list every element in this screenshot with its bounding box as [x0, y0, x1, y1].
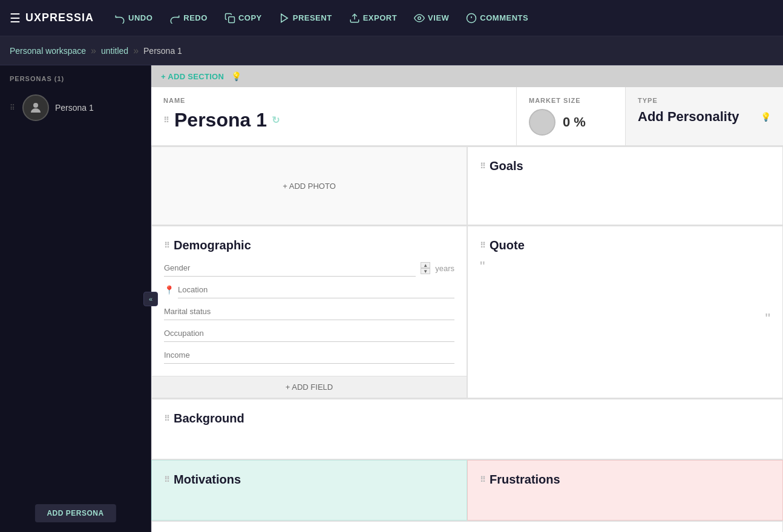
pie-chart[interactable]: [529, 109, 555, 136]
avatar: [22, 94, 49, 121]
add-personality: Add Personality 💡: [638, 109, 771, 125]
motivations-title: ⠿ Motivations: [164, 473, 454, 487]
content-toolbar: + ADD SECTION 💡: [151, 65, 783, 87]
demo-drag-handle: ⠿: [164, 241, 170, 250]
type-value[interactable]: Add Personality: [638, 109, 739, 125]
row-background: ⠿ Background: [151, 399, 783, 460]
frust-drag-handle: ⠿: [480, 475, 486, 484]
frustrations-cell: ⠿ Frustrations: [467, 460, 783, 521]
background-title: ⠿ Background: [164, 412, 770, 425]
row-photo-goals: + ADD PHOTO ⠿ Goals: [151, 146, 783, 226]
market-size-cell: MARKET SIZE 0 %: [517, 87, 626, 145]
collapse-sidebar-button[interactable]: «: [143, 292, 158, 306]
redo-button[interactable]: REDO: [163, 9, 214, 27]
type-cell: TYPE Add Personality 💡: [626, 87, 783, 145]
quote-open-mark: ": [480, 260, 770, 274]
comments-button[interactable]: COMMENTS: [460, 9, 534, 27]
type-label: TYPE: [638, 97, 771, 104]
logo-text: UXPRESSIA: [25, 11, 94, 24]
persona-card: NAME ⠿ Persona 1 ↻ MARKET SIZE 0 % TYPE: [151, 87, 783, 532]
persona-header-row: NAME ⠿ Persona 1 ↻ MARKET SIZE 0 % TYPE: [151, 87, 783, 146]
market-size-label: MARKET SIZE: [529, 97, 613, 104]
svg-rect-0: [229, 16, 235, 22]
gender-input[interactable]: [164, 260, 416, 277]
quote-content[interactable]: [480, 274, 770, 310]
occupation-input[interactable]: [164, 325, 454, 342]
content-area: + ADD SECTION 💡 NAME ⠿ Persona 1 ↻ MARKE…: [151, 65, 783, 532]
persona-name-label: Persona 1: [55, 103, 94, 113]
goals-drag-handle: ⠿: [480, 162, 486, 171]
name-drag-handle: ⠿: [163, 116, 169, 125]
name-cell: NAME ⠿ Persona 1 ↻: [151, 87, 517, 145]
add-section-button[interactable]: + ADD SECTION: [161, 72, 224, 81]
market-size-content: 0 %: [529, 109, 613, 136]
motiv-drag-handle: ⠿: [164, 475, 170, 484]
copy-button[interactable]: COPY: [218, 9, 268, 27]
location-row: 📍: [164, 281, 454, 298]
sidebar-item-persona-1[interactable]: ⠿ Persona 1: [0, 90, 151, 126]
svg-point-3: [418, 16, 421, 19]
quote-title: ⠿ Quote: [480, 238, 770, 252]
export-button[interactable]: EXPORT: [343, 9, 403, 27]
location-icon: 📍: [164, 285, 174, 295]
goals-cell: ⠿ Goals: [467, 146, 783, 225]
income-input[interactable]: [164, 347, 454, 364]
skills-cell: ⠿ Skills Skill 1: [151, 521, 783, 532]
background-cell: ⠿ Background: [151, 399, 783, 459]
quote-cell: ⠿ Quote " ": [467, 226, 783, 398]
svg-point-7: [33, 103, 38, 108]
breadcrumb: Personal workspace » untitled » Persona …: [0, 36, 783, 65]
sidebar: PERSONAS (1) ⠿ Persona 1 ADD PERSONA «: [0, 65, 151, 532]
goals-title: ⠿ Goals: [480, 159, 770, 173]
breadcrumb-sep-2: »: [133, 45, 139, 56]
add-photo-button[interactable]: + ADD PHOTO: [283, 182, 336, 191]
marital-input[interactable]: [164, 303, 454, 320]
view-button[interactable]: VIEW: [408, 9, 455, 27]
type-hint-icon: 💡: [761, 112, 771, 122]
demographic-title: ⠿ Demographic: [164, 238, 454, 252]
breadcrumb-doc[interactable]: untitled: [101, 46, 128, 56]
motivations-cell: ⠿ Motivations: [151, 460, 467, 521]
refresh-icon[interactable]: ↻: [272, 114, 280, 126]
name-label: NAME: [163, 97, 504, 104]
main-layout: PERSONAS (1) ⠿ Persona 1 ADD PERSONA « +…: [0, 65, 783, 532]
drag-handle-icon: ⠿: [10, 103, 15, 112]
breadcrumb-page[interactable]: Persona 1: [143, 46, 182, 56]
undo-button[interactable]: UNDO: [108, 9, 159, 27]
toolbar: ☰ UXPRESSIA UNDO REDO COPY PRESENT EXPOR…: [0, 0, 783, 36]
gender-age-row: ▲ ▼ years: [164, 260, 454, 277]
menu-icon[interactable]: ☰: [10, 11, 21, 25]
sidebar-personas-label: PERSONAS (1): [0, 75, 151, 90]
photo-cell: + ADD PHOTO: [151, 146, 467, 225]
row-skills: ⠿ Skills Skill 1: [151, 521, 783, 532]
add-persona-button[interactable]: ADD PERSONA: [34, 504, 116, 522]
age-spinner[interactable]: ▲ ▼: [421, 262, 430, 274]
add-field-button[interactable]: + ADD FIELD: [152, 376, 467, 398]
app-logo[interactable]: ☰ UXPRESSIA: [10, 11, 94, 25]
quote-drag-handle: ⠿: [480, 241, 486, 250]
persona-name-value[interactable]: Persona 1: [174, 109, 267, 131]
location-input[interactable]: [178, 281, 454, 298]
frustrations-title: ⠿ Frustrations: [480, 473, 770, 487]
row-motiv-frust: ⠿ Motivations ⠿ Frustrations: [151, 460, 783, 521]
svg-marker-1: [281, 14, 287, 22]
age-down-btn[interactable]: ▼: [421, 268, 430, 274]
breadcrumb-workspace[interactable]: Personal workspace: [10, 46, 86, 56]
age-up-btn[interactable]: ▲: [421, 262, 430, 268]
breadcrumb-sep-1: »: [91, 45, 96, 56]
market-percent-value: 0 %: [563, 114, 586, 130]
years-label: years: [435, 264, 454, 273]
row-demo-quote: ⠿ Demographic ▲ ▼ years 📍: [151, 226, 783, 399]
quote-close-mark: ": [480, 310, 770, 327]
persona-title: ⠿ Persona 1 ↻: [163, 109, 504, 131]
present-button[interactable]: PRESENT: [273, 9, 338, 27]
demographic-cell: ⠿ Demographic ▲ ▼ years 📍: [151, 226, 467, 398]
hint-icon: 💡: [231, 71, 241, 81]
bg-drag-handle: ⠿: [164, 414, 170, 423]
